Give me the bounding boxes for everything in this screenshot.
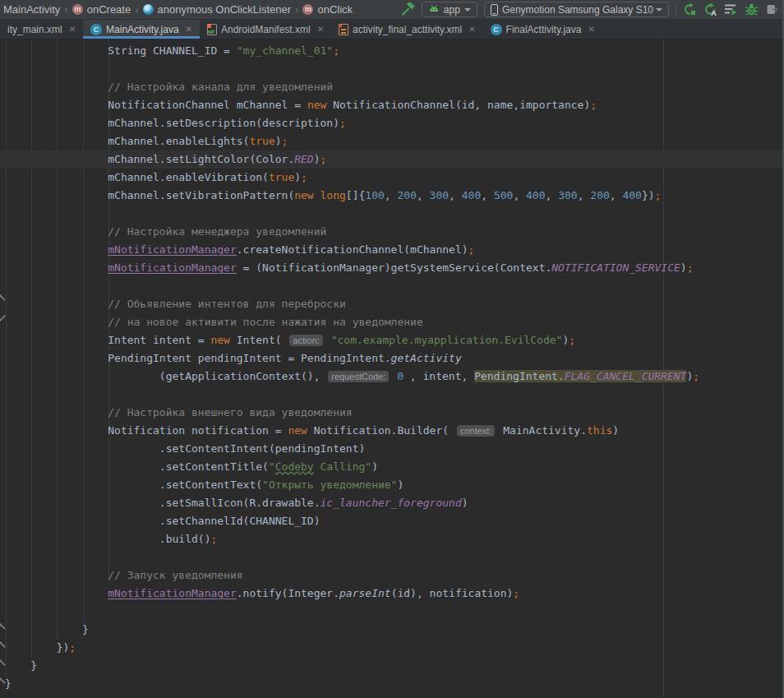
code-token: .build() bbox=[159, 533, 211, 545]
build-hammer-icon[interactable] bbox=[401, 2, 415, 16]
code-token: mChannel.setVibrationPattern( bbox=[108, 189, 294, 201]
code-line[interactable]: .setContentIntent(pendingIntent) bbox=[5, 440, 782, 458]
tab-close-icon[interactable]: ✕ bbox=[588, 25, 594, 34]
code-line[interactable]: mChannel.setLightColor(Color.RED); bbox=[0, 150, 782, 169]
code-token: ; bbox=[687, 261, 694, 274]
code-line[interactable]: mChannel.enableLights(true); bbox=[5, 132, 782, 150]
run-config-selector[interactable]: app bbox=[422, 2, 477, 17]
code-token: }) bbox=[642, 189, 655, 201]
apply-changes-icon[interactable] bbox=[683, 2, 697, 16]
code-token: 0 bbox=[397, 370, 404, 382]
code-token: // Обьявление интентов для переброски bbox=[108, 298, 346, 310]
device-selector[interactable]: Genymotion Samsung Galaxy S10 bbox=[484, 2, 669, 17]
code-line[interactable]: .setChannelId(CHANNEL_ID) bbox=[5, 512, 782, 530]
manifest-file-icon: MF bbox=[207, 24, 217, 35]
code-line[interactable]: mChannel.enableVibration(true); bbox=[5, 169, 782, 187]
code-token: mChannel.setDescription(description) bbox=[108, 117, 339, 129]
tab-AndroidManifest.xml[interactable]: MFAndroidManifest.xml✕ bbox=[200, 20, 331, 39]
breadcrumb-label: onClick bbox=[317, 3, 353, 16]
apply-code-changes-icon[interactable]: A bbox=[703, 2, 717, 16]
tab-close-icon[interactable]: ✕ bbox=[186, 25, 192, 34]
code-token: Notification.Builder( bbox=[307, 424, 455, 437]
anonymous-class-icon bbox=[143, 4, 154, 15]
debug-icon[interactable] bbox=[745, 2, 759, 16]
code-token: ; bbox=[590, 99, 597, 111]
code-token: , bbox=[578, 189, 591, 201]
code-line[interactable]: // на новое активити после нажатия на ув… bbox=[5, 313, 782, 331]
code-line[interactable]: NotificationChannel mChannel = new Notif… bbox=[5, 96, 782, 114]
code-token: , bbox=[417, 189, 430, 201]
method-icon: m bbox=[72, 4, 83, 15]
code-line[interactable]: // Обьявление интентов для переброски bbox=[5, 295, 782, 313]
tab-close-icon[interactable]: ✕ bbox=[468, 25, 475, 34]
breadcrumb-item[interactable]: monCreate bbox=[71, 3, 132, 16]
code-line[interactable]: .build(); bbox=[5, 530, 782, 548]
tab-close-icon[interactable]: ✕ bbox=[69, 25, 76, 34]
code-token: 200 bbox=[397, 189, 416, 201]
code-line[interactable]: // Запуск уведомления bbox=[5, 566, 782, 585]
code-token: } bbox=[82, 623, 89, 636]
code-token: mNotificationManager bbox=[108, 261, 237, 274]
code-line[interactable] bbox=[5, 60, 782, 78]
code-line[interactable]: (getApplicationContext(), requestCode: 0… bbox=[5, 367, 782, 386]
code-token: String CHANNEL_ID = bbox=[108, 44, 237, 57]
attach-debugger-icon[interactable] bbox=[765, 2, 779, 16]
code-line[interactable]: mNotificationManager.createNotificationC… bbox=[5, 241, 782, 259]
code-line[interactable]: mNotificationManager = (NotificationMana… bbox=[5, 259, 782, 277]
code-line[interactable]: .setSmallIcon(R.drawable.ic_launcher_for… bbox=[5, 494, 782, 512]
profiler-icon[interactable] bbox=[724, 2, 738, 16]
code-line[interactable]: } bbox=[5, 657, 782, 675]
code-token: = (NotificationManager)getSystemService(… bbox=[237, 261, 552, 274]
code-token: []{ bbox=[346, 189, 365, 201]
code-editor[interactable]: String CHANNEL_ID = "my_channel_01"; // … bbox=[0, 39, 782, 697]
code-line[interactable] bbox=[5, 386, 782, 404]
code-line[interactable] bbox=[5, 277, 782, 295]
code-line[interactable]: mChannel.setDescription(description); bbox=[5, 114, 782, 132]
code-line[interactable] bbox=[5, 603, 782, 621]
code-line[interactable]: PendingIntent pendingIntent = PendingInt… bbox=[5, 349, 782, 367]
code-line[interactable]: Notification notification = new Notifica… bbox=[5, 422, 782, 440]
run-config-label: app bbox=[444, 4, 460, 16]
code-token: long bbox=[321, 189, 346, 201]
breadcrumb-item[interactable]: MainActivity bbox=[2, 3, 62, 16]
code-line[interactable]: mNotificationManager.notify(Integer.pars… bbox=[5, 585, 782, 603]
tab-FinalActtivity.java[interactable]: CFinalActtivity.java✕ bbox=[483, 20, 602, 39]
code-token: .setContentText( bbox=[159, 478, 262, 491]
code-line[interactable]: .setContentText("Открыть уведомление") bbox=[5, 476, 782, 494]
code-token: // на новое активити после нажатия на ув… bbox=[108, 316, 423, 328]
tab-close-icon[interactable]: ✕ bbox=[317, 25, 324, 34]
breadcrumb-item[interactable]: monClick bbox=[301, 3, 354, 16]
code-line[interactable]: } bbox=[5, 621, 782, 639]
code-token: FLAG_CANCEL_CURRENT bbox=[565, 370, 687, 382]
code-line[interactable]: .setContentTitle("Codeby Calling") bbox=[5, 458, 782, 476]
code-token: MainActivity. bbox=[496, 424, 587, 437]
code-line[interactable]: // Настройка внешнего вида уведомления bbox=[5, 404, 782, 422]
code-token: ; bbox=[321, 153, 327, 165]
tab-ity_main.xml[interactable]: ity_main.xml✕ bbox=[0, 20, 83, 39]
breadcrumb-item[interactable]: anonymous OnClickListener bbox=[141, 3, 293, 16]
code-token: true bbox=[249, 135, 274, 147]
code-token: , bbox=[513, 189, 526, 201]
code-line[interactable]: } bbox=[5, 675, 782, 693]
code-token: ) bbox=[680, 261, 687, 274]
code-line[interactable]: // Настройка менеджера уведомлений bbox=[5, 223, 782, 241]
code-line[interactable]: String CHANNEL_ID = "my_channel_01"; bbox=[5, 42, 782, 60]
code-token: ; bbox=[513, 587, 519, 599]
code-line[interactable]: // Настройка канала для уведомлений bbox=[5, 78, 782, 96]
tab-label: ity_main.xml bbox=[7, 24, 62, 35]
tab-MainActivity.java[interactable]: CMainActivity.java✕ bbox=[83, 20, 200, 39]
run-toolbar: app Genymotion Samsung Galaxy S10 bbox=[401, 2, 781, 17]
android-studio-window: MainActivity›monCreate›anonymous OnClick… bbox=[0, 0, 784, 698]
code-line[interactable]: }); bbox=[5, 639, 782, 657]
code-token: getActivity bbox=[391, 352, 462, 364]
tab-activity_final_acttivity.xml[interactable]: activity_final_acttivity.xml✕ bbox=[331, 20, 483, 39]
code-area[interactable]: String CHANNEL_ID = "my_channel_01"; // … bbox=[5, 42, 782, 693]
code-line[interactable]: Intent intent = new Intent( action: "com… bbox=[5, 331, 782, 349]
tab-label: activity_final_acttivity.xml bbox=[353, 24, 462, 35]
code-line[interactable] bbox=[5, 548, 782, 566]
code-token: mChannel.setLightColor(Color. bbox=[108, 153, 294, 165]
code-line[interactable]: mChannel.setVibrationPattern(new long[]{… bbox=[5, 187, 782, 205]
breadcrumb-label: onCreate bbox=[87, 3, 131, 16]
code-line[interactable] bbox=[5, 205, 782, 223]
param-hint: requestCode: bbox=[328, 371, 389, 382]
